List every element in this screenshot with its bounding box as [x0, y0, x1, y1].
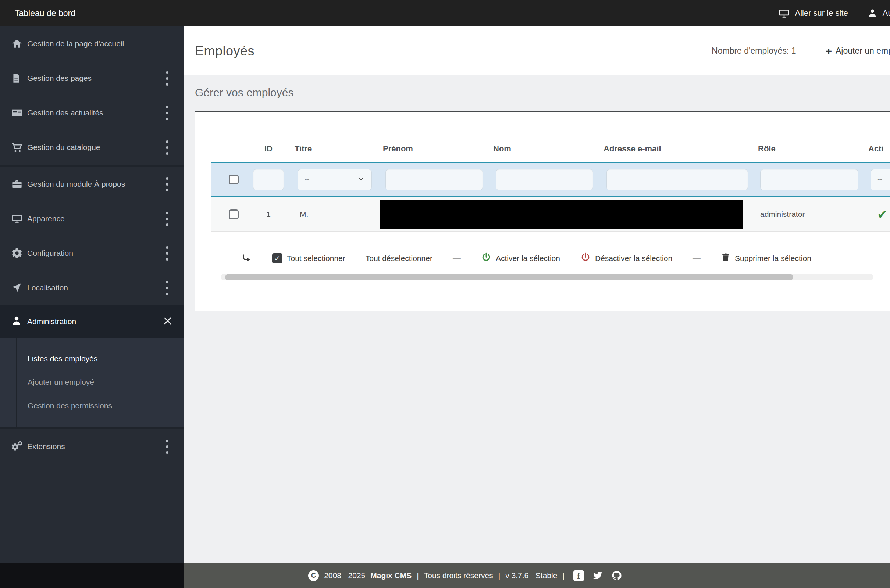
page-title: Employés	[195, 44, 254, 59]
footer-content: C 2008 - 2025 Magix CMS | Tous droits ré…	[308, 570, 622, 581]
footer-rights: Tous droits réservés	[424, 571, 493, 580]
page-icon	[11, 72, 27, 84]
sidebar-item-catalogue[interactable]: Gestion du catalogue	[0, 130, 184, 165]
sidebar-item-extensions[interactable]: Extensions	[0, 429, 184, 464]
filter-email-input[interactable]	[606, 169, 748, 190]
footer-brand: Magix CMS	[370, 571, 412, 580]
sidebar-item-apropos[interactable]: Gestion du module À propos	[0, 167, 184, 201]
sidebar-item-actualites[interactable]: Gestion des actualités	[0, 96, 184, 130]
sidebar-item-localisation[interactable]: Localisation	[0, 270, 184, 305]
close-icon[interactable]	[162, 316, 173, 327]
user-icon	[11, 315, 27, 328]
kebab-menu-icon[interactable]	[165, 140, 168, 155]
employee-count: Nombre d'employés: 1	[712, 46, 796, 56]
home-icon	[11, 38, 27, 50]
power-icon	[580, 252, 591, 264]
kebab-menu-icon[interactable]	[165, 212, 168, 226]
select-all-label: Tout selectionner	[287, 254, 345, 263]
cell-titre: M.	[292, 197, 380, 231]
column-header-id: ID	[245, 112, 292, 162]
footer-separator: |	[498, 571, 500, 580]
kebab-menu-icon[interactable]	[165, 177, 168, 192]
github-icon[interactable]	[611, 570, 622, 581]
sidebar-item-administration[interactable]: Administration	[0, 305, 184, 338]
copyright-icon: C	[308, 570, 319, 581]
cart-icon	[11, 141, 27, 153]
sidebar-item-label: Administration	[27, 317, 162, 326]
facebook-icon[interactable]: f	[573, 570, 584, 581]
sidebar-item-pages[interactable]: Gestion des pages	[0, 61, 184, 96]
kebab-menu-icon[interactable]	[165, 440, 168, 454]
submenu-item-permissions[interactable]: Gestion des permissions	[0, 394, 184, 417]
kebab-menu-icon[interactable]	[165, 281, 168, 295]
submenu-item-listes-employes[interactable]: Listes des employés	[0, 347, 184, 370]
table-header-row: ID Titre Prénom Nom Adresse e-mail Rôle …	[212, 112, 890, 162]
user-menu[interactable]: Aur	[867, 8, 890, 18]
deselect-all-button[interactable]: Tout déselectionner	[365, 254, 433, 263]
sidebar-item-label: Gestion des pages	[27, 74, 165, 82]
filter-nom-input[interactable]	[496, 169, 593, 190]
kebab-menu-icon[interactable]	[165, 246, 168, 261]
filter-role-input[interactable]	[760, 169, 858, 190]
sidebar-item-label: Apparence	[27, 214, 165, 223]
scrollbar-thumb[interactable]	[225, 274, 793, 280]
filter-actif-select[interactable]: --	[870, 169, 890, 190]
filter-titre-value: --	[305, 175, 309, 184]
cell-role: administrator	[756, 197, 866, 231]
news-icon	[11, 107, 27, 119]
column-header-checkbox	[212, 112, 245, 162]
footer-version: v 3.7.6 - Stable	[505, 571, 557, 580]
section-title: Gérer vos employés	[195, 86, 890, 99]
sidebar-item-configuration[interactable]: Configuration	[0, 236, 184, 270]
delete-selection-label: Supprimer la sélection	[735, 254, 811, 263]
power-icon	[481, 252, 492, 264]
footer-separator: |	[417, 571, 418, 580]
plus-icon: +	[825, 46, 832, 57]
select-all-checkbox[interactable]	[229, 175, 239, 184]
sidebar: Gestion de la page d'accueil Gestion des…	[0, 27, 184, 563]
column-header-titre: Titre	[292, 112, 380, 162]
deactivate-selection-button[interactable]: Désactiver la sélection	[580, 252, 672, 264]
actions-separator: —	[453, 254, 461, 263]
header-meta: Nombre d'employés: 1 + Ajouter un emp	[712, 46, 890, 57]
filter-id-input[interactable]	[253, 169, 284, 190]
footer: C 2008 - 2025 Magix CMS | Tous droits ré…	[0, 563, 890, 588]
table-row: 1 M. administrator ✔	[212, 197, 890, 231]
cell-actif: ✔	[866, 197, 890, 231]
add-employee-button[interactable]: + Ajouter un emp	[825, 46, 890, 57]
horizontal-scrollbar[interactable]	[221, 274, 873, 280]
main-area: Employés Nombre d'employés: 1 + Ajouter …	[184, 27, 890, 563]
column-header-prenom: Prénom	[380, 112, 491, 162]
column-header-nom: Nom	[491, 112, 601, 162]
twitter-icon[interactable]	[592, 570, 603, 581]
filter-prenom-input[interactable]	[385, 169, 483, 190]
row-checkbox[interactable]	[229, 210, 239, 219]
filter-titre-select[interactable]: --	[298, 169, 372, 190]
sidebar-item-apparence[interactable]: Apparence	[0, 201, 184, 236]
briefcase-icon	[11, 178, 27, 190]
goto-site-link[interactable]: Aller sur le site	[779, 8, 848, 19]
sidebar-item-label: Gestion du catalogue	[27, 143, 165, 152]
content: Gérer vos employés ID Titre Prénom Nom A…	[184, 86, 890, 310]
actions-separator: —	[693, 254, 701, 263]
activate-selection-label: Activer la sélection	[496, 254, 560, 263]
kebab-menu-icon[interactable]	[165, 106, 168, 120]
gear-icon	[11, 248, 27, 259]
employees-panel: ID Titre Prénom Nom Adresse e-mail Rôle …	[195, 111, 890, 310]
deselect-all-label: Tout déselectionner	[365, 254, 433, 263]
submenu-item-ajouter-employe[interactable]: Ajouter un employé	[0, 370, 184, 394]
kebab-menu-icon[interactable]	[165, 71, 168, 86]
monitor-icon	[11, 213, 27, 225]
user-icon	[867, 8, 878, 18]
cell-id: 1	[245, 197, 292, 231]
sidebar-item-accueil[interactable]: Gestion de la page d'accueil	[0, 27, 184, 61]
sidebar-item-label: Localisation	[27, 284, 165, 292]
select-all-button[interactable]: ✓ Tout selectionner	[272, 253, 345, 264]
column-header-actif: Acti	[866, 112, 890, 162]
add-employee-label: Ajouter un emp	[836, 46, 890, 56]
activate-selection-button[interactable]: Activer la sélection	[481, 252, 560, 264]
sidebar-item-label: Gestion des actualités	[27, 108, 165, 117]
chevron-down-icon	[357, 175, 365, 184]
delete-selection-button[interactable]: Supprimer la sélection	[721, 252, 811, 264]
footer-years: 2008 - 2025	[324, 571, 365, 580]
